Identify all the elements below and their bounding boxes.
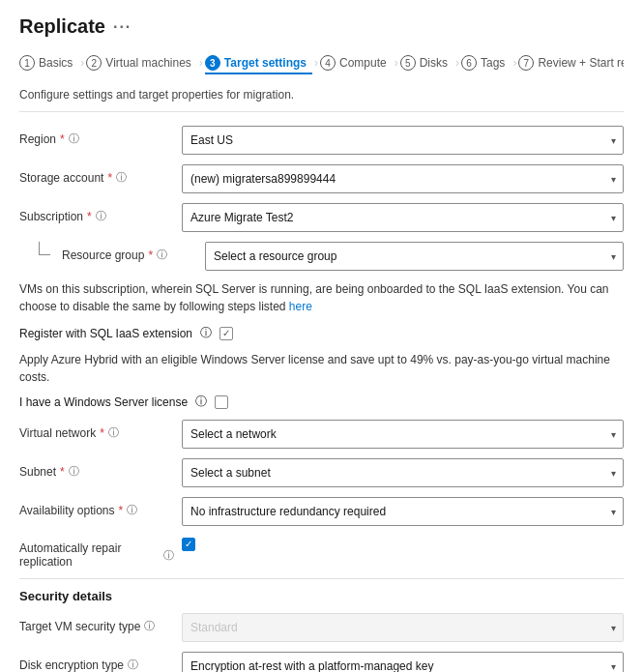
auto-repair-row: Automatically repair replication ⓘ bbox=[19, 536, 624, 569]
target-vm-security-row: Target VM security type ⓘ Standard ▾ bbox=[19, 613, 624, 642]
target-vm-security-dropdown[interactable]: Standard bbox=[182, 613, 624, 642]
windows-license-row: I have a Windows Server license ⓘ bbox=[19, 394, 624, 410]
subscription-dropdown[interactable]: Azure Migrate Test2 bbox=[182, 203, 624, 232]
windows-license-checkbox[interactable] bbox=[215, 395, 228, 409]
storage-account-dropdown[interactable]: (new) migratersa899899444 bbox=[182, 164, 624, 193]
step-label-3: Target settings bbox=[224, 56, 307, 70]
vnet-info-icon[interactable]: ⓘ bbox=[108, 425, 119, 440]
wizard-step-vms[interactable]: 2 Virtual machines bbox=[86, 51, 197, 74]
windows-license-info-icon[interactable]: ⓘ bbox=[195, 394, 207, 410]
hybrid-info: Apply Azure Hybrid with an eligible Wind… bbox=[19, 351, 624, 386]
step-label-7: Review + Start replication bbox=[538, 56, 624, 70]
resource-group-row: Resource group * ⓘ Select a resource gro… bbox=[19, 242, 624, 271]
sql-register-row: Register with SQL IaaS extension ⓘ bbox=[19, 325, 624, 341]
auto-repair-checkbox[interactable] bbox=[182, 538, 195, 551]
resource-group-dropdown[interactable]: Select a resource group bbox=[205, 242, 624, 271]
subscription-info-icon[interactable]: ⓘ bbox=[96, 209, 106, 223]
sql-info-link[interactable]: here bbox=[289, 300, 312, 313]
resource-group-info-icon[interactable]: ⓘ bbox=[157, 248, 167, 262]
virtual-network-label: Virtual network * ⓘ bbox=[19, 420, 174, 440]
storage-info-icon[interactable]: ⓘ bbox=[116, 170, 127, 185]
step-sep-2: › bbox=[199, 56, 203, 70]
subnet-info-icon[interactable]: ⓘ bbox=[69, 464, 79, 479]
wizard-step-target[interactable]: 3 Target settings bbox=[205, 51, 312, 74]
disk-encryption-label: Disk encryption type ⓘ bbox=[19, 652, 174, 672]
page-title-ellipsis: ··· bbox=[113, 18, 132, 36]
availability-dropdown-container: No infrastructure redundancy required ▾ bbox=[182, 497, 624, 526]
region-info-icon[interactable]: ⓘ bbox=[69, 131, 79, 146]
wizard-step-tags[interactable]: 6 Tags bbox=[461, 51, 511, 74]
step-num-1: 1 bbox=[19, 55, 35, 71]
step-num-4: 4 bbox=[320, 55, 336, 71]
register-sql-info-icon[interactable]: ⓘ bbox=[200, 325, 212, 341]
resource-group-label: Resource group * ⓘ bbox=[62, 242, 197, 262]
auto-repair-control bbox=[182, 536, 624, 551]
disk-encryption-dropdown-container: Encryption at-rest with a platform-manag… bbox=[182, 652, 624, 672]
step-sep-4: › bbox=[395, 56, 398, 70]
register-sql-label: Register with SQL IaaS extension bbox=[19, 327, 192, 340]
step-label-2: Virtual machines bbox=[105, 56, 191, 70]
vnet-required: * bbox=[100, 426, 104, 440]
subscription-dropdown-container: Azure Migrate Test2 ▾ bbox=[182, 203, 624, 232]
availability-options-row: Availability options * ⓘ No infrastructu… bbox=[19, 497, 624, 526]
wizard-step-compute[interactable]: 4 Compute bbox=[320, 51, 393, 74]
step-num-7: 7 bbox=[518, 55, 534, 71]
step-label-4: Compute bbox=[339, 56, 387, 70]
step-label-6: Tags bbox=[481, 56, 505, 70]
indent-line bbox=[39, 242, 54, 255]
disk-encryption-info-icon[interactable]: ⓘ bbox=[128, 657, 138, 672]
storage-required: * bbox=[107, 171, 112, 185]
virtual-network-row: Virtual network * ⓘ Select a network ▾ bbox=[19, 420, 624, 449]
subscription-row: Subscription * ⓘ Azure Migrate Test2 ▾ bbox=[19, 203, 624, 232]
target-vm-security-label: Target VM security type ⓘ bbox=[19, 613, 174, 633]
step-num-2: 2 bbox=[86, 55, 102, 71]
subscription-label: Subscription * ⓘ bbox=[19, 203, 174, 223]
storage-account-row: Storage account * ⓘ (new) migratersa8998… bbox=[19, 164, 624, 193]
subnet-required: * bbox=[60, 465, 65, 479]
region-required: * bbox=[60, 132, 65, 146]
step-num-6: 6 bbox=[461, 55, 477, 71]
step-label-1: Basics bbox=[39, 56, 73, 70]
wizard-step-basics[interactable]: 1 Basics bbox=[19, 51, 78, 74]
avail-info-icon[interactable]: ⓘ bbox=[127, 503, 137, 517]
wizard-steps: 1 Basics › 2 Virtual machines › 3 Target… bbox=[19, 51, 624, 74]
storage-account-dropdown-container: (new) migratersa899899444 ▾ bbox=[182, 164, 624, 193]
security-header: Security details bbox=[19, 589, 624, 603]
resource-group-dropdown-container: Select a resource group ▾ bbox=[205, 242, 624, 271]
sql-info-box: VMs on this subscription, wherein SQL Se… bbox=[19, 280, 624, 315]
step-sep-5: › bbox=[455, 56, 459, 70]
step-num-5: 5 bbox=[400, 55, 416, 71]
windows-license-label: I have a Windows Server license bbox=[19, 395, 188, 409]
step-sep-3: › bbox=[314, 56, 318, 70]
subnet-label: Subnet * ⓘ bbox=[19, 458, 174, 479]
availability-dropdown[interactable]: No infrastructure redundancy required bbox=[182, 497, 624, 526]
resource-group-required: * bbox=[148, 248, 153, 262]
region-dropdown[interactable]: East US bbox=[182, 126, 624, 155]
storage-account-label: Storage account * ⓘ bbox=[19, 164, 174, 185]
subscription-required: * bbox=[87, 210, 92, 223]
availability-options-label: Availability options * ⓘ bbox=[19, 497, 174, 517]
step-label-5: Disks bbox=[420, 56, 448, 70]
target-vm-security-dropdown-container: Standard ▾ bbox=[182, 613, 624, 642]
page-container: Replicate ··· 1 Basics › 2 Virtual machi… bbox=[0, 0, 643, 672]
indent-bracket bbox=[39, 242, 50, 255]
target-vm-info-icon[interactable]: ⓘ bbox=[144, 619, 155, 633]
disk-encryption-row: Disk encryption type ⓘ Encryption at-res… bbox=[19, 652, 624, 672]
region-label: Region * ⓘ bbox=[19, 126, 174, 146]
section-description: Configure settings and target properties… bbox=[19, 88, 624, 112]
page-title: Replicate bbox=[19, 15, 105, 38]
step-num-3: 3 bbox=[205, 55, 220, 71]
virtual-network-dropdown[interactable]: Select a network bbox=[182, 420, 624, 449]
wizard-step-review[interactable]: 7 Review + Start replication bbox=[518, 51, 624, 74]
auto-repair-info-icon[interactable]: ⓘ bbox=[163, 548, 174, 563]
avail-required: * bbox=[119, 504, 124, 517]
subnet-dropdown[interactable]: Select a subnet bbox=[182, 458, 624, 487]
auto-repair-label: Automatically repair replication ⓘ bbox=[19, 536, 174, 569]
wizard-step-disks[interactable]: 5 Disks bbox=[400, 51, 453, 74]
register-sql-checkbox[interactable] bbox=[219, 327, 233, 340]
disk-encryption-dropdown[interactable]: Encryption at-rest with a platform-manag… bbox=[182, 652, 624, 672]
page-title-row: Replicate ··· bbox=[19, 15, 624, 38]
step-sep-6: › bbox=[512, 56, 516, 70]
region-dropdown-container: East US ▾ bbox=[182, 126, 624, 155]
step-sep-1: › bbox=[80, 56, 84, 70]
